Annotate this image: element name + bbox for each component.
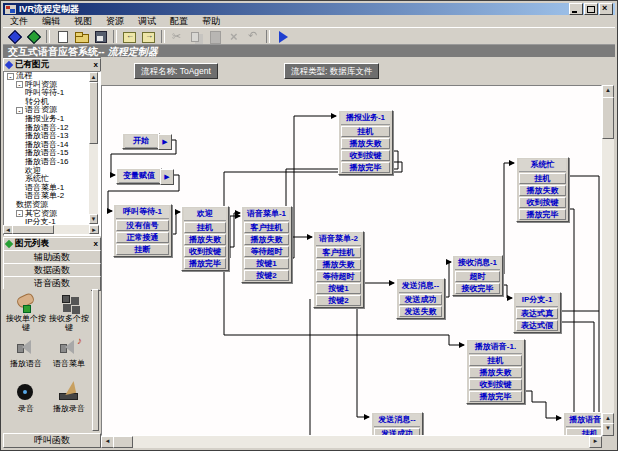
palette-item-receive-multi-key[interactable]: 接收多个按键 <box>48 291 90 332</box>
tree-item-呼叫等待-1[interactable]: 呼叫等待-1 <box>4 89 100 98</box>
node-title[interactable]: 播放语音-1. <box>566 414 602 427</box>
node-title[interactable]: IP分支-1 <box>516 294 558 307</box>
tree-vscrollbar[interactable]: ▲ ▼ <box>89 72 98 224</box>
export-icon[interactable] <box>140 29 157 44</box>
node-port-播放失败[interactable]: 播放失败 <box>469 367 522 378</box>
panel-close-icon[interactable]: x <box>94 240 98 248</box>
flow-node-sysbusy[interactable]: 系统忙挂机播放失败收到按键播放完毕 <box>516 157 569 222</box>
back-icon[interactable] <box>6 29 23 44</box>
flow-node-assign[interactable]: 变量赋值▶ <box>116 168 162 184</box>
canvas-hscrollbar[interactable]: ◄ ► <box>101 436 602 448</box>
minimize-button[interactable] <box>569 3 583 15</box>
palette-item-play-record[interactable]: 播放录音 <box>48 381 90 413</box>
node-port-表达式假[interactable]: 表达式假 <box>516 320 558 331</box>
palette-item-play-voice[interactable]: 播放语音 <box>5 336 47 368</box>
node-port-没有信号[interactable]: 没有信号 <box>116 220 169 231</box>
node-port-等待超时[interactable]: 等待超时 <box>244 246 289 257</box>
flow-node-playvoice1[interactable]: 播放语音-1.挂机播放失败收到按键播放完毕 <box>466 339 525 404</box>
node-port-挂机[interactable]: 挂机 <box>469 355 522 366</box>
new-file-icon[interactable] <box>54 29 71 44</box>
node-port-播放完毕[interactable]: 播放完毕 <box>341 162 390 173</box>
node-port-接收完毕[interactable]: 接收完毕 <box>455 283 500 294</box>
node-port-挂断[interactable]: 挂断 <box>116 244 169 255</box>
node-run-icon[interactable]: ▶ <box>160 169 174 185</box>
node-port-收到按键[interactable]: 收到按键 <box>469 379 522 390</box>
node-port-收到按键[interactable]: 收到按键 <box>184 246 226 257</box>
node-port-按键2[interactable]: 按键2 <box>316 295 361 306</box>
flow-node-welcome[interactable]: 欢迎挂机播放失败收到按键播放完毕 <box>181 206 229 271</box>
node-port-表达式真[interactable]: 表达式真 <box>516 308 558 319</box>
node-title[interactable]: 发送消息-- <box>374 414 420 427</box>
flow-node-menu2[interactable]: 语音菜单-2客户挂机播放失败等待超时按键1按键2 <box>313 231 364 308</box>
open-folder-icon[interactable] <box>73 29 90 44</box>
flow-node-start[interactable]: 开始▶ <box>122 133 160 149</box>
canvas-vscrollbar[interactable]: ▲ ▲ ▼ <box>602 85 614 436</box>
tree-expand-icon[interactable]: - <box>7 73 14 80</box>
node-title[interactable]: 开始 <box>125 135 157 148</box>
palette-item-record[interactable]: 录音 <box>5 381 47 413</box>
import-icon[interactable] <box>121 29 138 44</box>
node-port-播放完毕[interactable]: 播放完毕 <box>184 258 226 269</box>
run-icon[interactable] <box>274 29 291 44</box>
forward-icon[interactable] <box>25 29 42 44</box>
node-port-收到按键[interactable]: 收到按键 <box>341 150 390 161</box>
node-port-播放完毕[interactable]: 播放完毕 <box>469 391 522 402</box>
save-icon[interactable] <box>92 29 109 44</box>
flow-node-broadcast1[interactable]: 播报业务-1挂机播放失败收到按键播放完毕 <box>338 110 393 175</box>
tree-hscrollbar[interactable]: ◄ ► <box>3 225 99 234</box>
node-port-播放失败[interactable]: 播放失败 <box>184 234 226 245</box>
node-title[interactable]: 变量赋值 <box>119 170 159 183</box>
tree-item-播放语音-16[interactable]: 播放语音-16 <box>4 158 100 167</box>
tree-expand-icon[interactable]: - <box>16 81 23 88</box>
node-title[interactable]: 系统忙 <box>519 159 566 172</box>
node-port-挂机[interactable]: 挂机 <box>341 126 390 137</box>
node-title[interactable]: 发送消息-- <box>399 280 442 293</box>
iconlist-vscrollbar[interactable] <box>92 289 99 431</box>
flow-node-playvoice2[interactable]: 播放语音-1.挂机播放失败 <box>563 412 602 436</box>
palette-item-receive-single-key[interactable]: 接收单个按键 <box>5 291 47 332</box>
node-port-播放完毕[interactable]: 播放完毕 <box>519 209 566 220</box>
tree-item-欢迎[interactable]: 欢迎 <box>4 167 100 176</box>
panel-close-icon[interactable]: x <box>94 61 98 69</box>
flow-node-recvmsg1[interactable]: 接收消息-1超时接收完毕 <box>452 255 503 296</box>
tree-expand-icon[interactable]: - <box>16 107 23 114</box>
flow-canvas[interactable]: 开始▶变量赋值▶呼叫等待-1没有信号正常接通挂断欢迎挂机播放失败收到按键播放完毕… <box>101 85 602 436</box>
node-run-icon[interactable]: ▶ <box>158 134 172 150</box>
node-port-播放失败[interactable]: 播放失败 <box>244 234 289 245</box>
node-title[interactable]: 语音菜单-1 <box>244 208 289 221</box>
node-title[interactable]: 接收消息-1 <box>455 257 500 270</box>
node-port-超时[interactable]: 超时 <box>455 271 500 282</box>
node-port-按键1[interactable]: 按键1 <box>244 258 289 269</box>
node-title[interactable]: 播放语音-1. <box>469 341 522 354</box>
node-port-发送成功[interactable]: 发送成功 <box>399 294 442 305</box>
flow-node-sendmsg2[interactable]: 发送消息--发送成功发送失败 <box>371 412 423 436</box>
flow-node-sendmsg1[interactable]: 发送消息--发送成功发送失败 <box>396 278 445 319</box>
node-port-等待超时[interactable]: 等待超时 <box>316 271 361 282</box>
node-port-播放失败[interactable]: 播放失败 <box>316 259 361 270</box>
node-port-播放失败[interactable]: 播放失败 <box>519 185 566 196</box>
node-port-发送失败[interactable]: 发送失败 <box>399 306 442 317</box>
flow-node-menu1[interactable]: 语音菜单-1客户挂机播放失败等待超时按键1按键2 <box>241 206 292 283</box>
call-functions-button[interactable]: 呼叫函数 <box>3 433 101 448</box>
node-title[interactable]: 语音菜单-2 <box>316 233 361 246</box>
node-port-客户挂机[interactable]: 客户挂机 <box>244 222 289 233</box>
node-port-客户挂机[interactable]: 客户挂机 <box>316 247 361 258</box>
node-port-收到按键[interactable]: 收到按键 <box>519 197 566 208</box>
node-title[interactable]: 欢迎 <box>184 208 226 221</box>
node-port-挂机[interactable]: 挂机 <box>184 222 226 233</box>
flow-node-callwait1[interactable]: 呼叫等待-1没有信号正常接通挂断 <box>113 204 172 257</box>
node-port-按键1[interactable]: 按键1 <box>316 283 361 294</box>
close-button[interactable] <box>599 3 613 15</box>
node-port-挂机[interactable]: 挂机 <box>519 173 566 184</box>
flow-node-ipbranch1[interactable]: IP分支-1表达式真表达式假 <box>513 292 561 333</box>
palette-item-voice-menu[interactable]: ♪语音菜单 <box>48 336 90 368</box>
node-title[interactable]: 播报业务-1 <box>341 112 390 125</box>
node-port-正常接通[interactable]: 正常接通 <box>116 232 169 243</box>
node-port-播放失败[interactable]: 播放失败 <box>341 138 390 149</box>
tree-expand-icon[interactable]: - <box>16 210 23 217</box>
node-port-挂机[interactable]: 挂机 <box>566 428 602 436</box>
restore-button[interactable] <box>584 3 598 15</box>
node-port-发送成功[interactable]: 发送成功 <box>374 428 420 436</box>
node-port-按键2[interactable]: 按键2 <box>244 270 289 281</box>
node-title[interactable]: 呼叫等待-1 <box>116 206 169 219</box>
